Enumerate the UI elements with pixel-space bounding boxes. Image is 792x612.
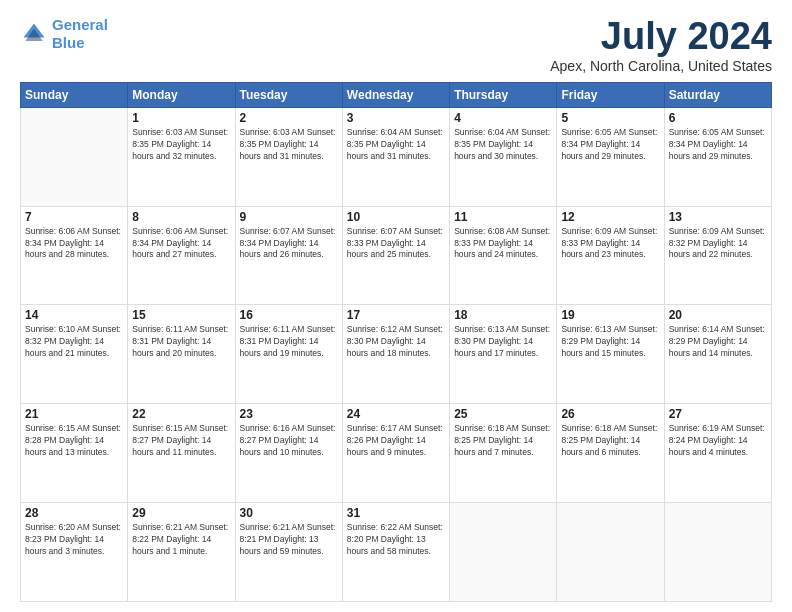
day-number: 24 [347,407,445,421]
day-info: Sunrise: 6:03 AM Sunset: 8:35 PM Dayligh… [240,127,338,163]
day-number: 8 [132,210,230,224]
day-info: Sunrise: 6:15 AM Sunset: 8:28 PM Dayligh… [25,423,123,459]
day-number: 3 [347,111,445,125]
day-info: Sunrise: 6:06 AM Sunset: 8:34 PM Dayligh… [132,226,230,262]
day-info: Sunrise: 6:10 AM Sunset: 8:32 PM Dayligh… [25,324,123,360]
calendar-cell: 4Sunrise: 6:04 AM Sunset: 8:35 PM Daylig… [450,107,557,206]
calendar-cell: 22Sunrise: 6:15 AM Sunset: 8:27 PM Dayli… [128,404,235,503]
calendar-cell: 13Sunrise: 6:09 AM Sunset: 8:32 PM Dayli… [664,206,771,305]
calendar-cell: 26Sunrise: 6:18 AM Sunset: 8:25 PM Dayli… [557,404,664,503]
title-section: July 2024 Apex, North Carolina, United S… [550,16,772,74]
calendar-cell: 1Sunrise: 6:03 AM Sunset: 8:35 PM Daylig… [128,107,235,206]
day-number: 28 [25,506,123,520]
day-info: Sunrise: 6:14 AM Sunset: 8:29 PM Dayligh… [669,324,767,360]
subtitle: Apex, North Carolina, United States [550,58,772,74]
calendar-cell: 10Sunrise: 6:07 AM Sunset: 8:33 PM Dayli… [342,206,449,305]
day-info: Sunrise: 6:06 AM Sunset: 8:34 PM Dayligh… [25,226,123,262]
calendar-header-saturday: Saturday [664,82,771,107]
day-info: Sunrise: 6:13 AM Sunset: 8:29 PM Dayligh… [561,324,659,360]
day-number: 12 [561,210,659,224]
calendar-header-row: SundayMondayTuesdayWednesdayThursdayFrid… [21,82,772,107]
main-title: July 2024 [550,16,772,58]
calendar-cell: 25Sunrise: 6:18 AM Sunset: 8:25 PM Dayli… [450,404,557,503]
calendar-cell: 18Sunrise: 6:13 AM Sunset: 8:30 PM Dayli… [450,305,557,404]
calendar-cell: 31Sunrise: 6:22 AM Sunset: 8:20 PM Dayli… [342,503,449,602]
calendar-cell: 28Sunrise: 6:20 AM Sunset: 8:23 PM Dayli… [21,503,128,602]
day-number: 18 [454,308,552,322]
calendar-cell: 17Sunrise: 6:12 AM Sunset: 8:30 PM Dayli… [342,305,449,404]
day-info: Sunrise: 6:05 AM Sunset: 8:34 PM Dayligh… [561,127,659,163]
day-number: 30 [240,506,338,520]
calendar-cell: 7Sunrise: 6:06 AM Sunset: 8:34 PM Daylig… [21,206,128,305]
logo-icon [20,20,48,48]
day-number: 4 [454,111,552,125]
day-number: 21 [25,407,123,421]
day-number: 15 [132,308,230,322]
calendar-cell: 8Sunrise: 6:06 AM Sunset: 8:34 PM Daylig… [128,206,235,305]
day-info: Sunrise: 6:07 AM Sunset: 8:34 PM Dayligh… [240,226,338,262]
calendar-header-friday: Friday [557,82,664,107]
calendar-cell: 9Sunrise: 6:07 AM Sunset: 8:34 PM Daylig… [235,206,342,305]
day-number: 2 [240,111,338,125]
day-number: 17 [347,308,445,322]
calendar-cell: 5Sunrise: 6:05 AM Sunset: 8:34 PM Daylig… [557,107,664,206]
day-number: 29 [132,506,230,520]
day-number: 23 [240,407,338,421]
day-number: 22 [132,407,230,421]
calendar-cell: 3Sunrise: 6:04 AM Sunset: 8:35 PM Daylig… [342,107,449,206]
calendar-cell: 14Sunrise: 6:10 AM Sunset: 8:32 PM Dayli… [21,305,128,404]
calendar-cell: 29Sunrise: 6:21 AM Sunset: 8:22 PM Dayli… [128,503,235,602]
calendar-cell: 20Sunrise: 6:14 AM Sunset: 8:29 PM Dayli… [664,305,771,404]
header: General Blue July 2024 Apex, North Carol… [20,16,772,74]
calendar-header-monday: Monday [128,82,235,107]
calendar-cell: 23Sunrise: 6:16 AM Sunset: 8:27 PM Dayli… [235,404,342,503]
day-number: 14 [25,308,123,322]
day-number: 26 [561,407,659,421]
day-number: 16 [240,308,338,322]
day-info: Sunrise: 6:07 AM Sunset: 8:33 PM Dayligh… [347,226,445,262]
day-info: Sunrise: 6:11 AM Sunset: 8:31 PM Dayligh… [132,324,230,360]
day-info: Sunrise: 6:11 AM Sunset: 8:31 PM Dayligh… [240,324,338,360]
calendar-cell: 2Sunrise: 6:03 AM Sunset: 8:35 PM Daylig… [235,107,342,206]
day-number: 27 [669,407,767,421]
page: General Blue July 2024 Apex, North Carol… [0,0,792,612]
day-number: 13 [669,210,767,224]
calendar-week-row: 21Sunrise: 6:15 AM Sunset: 8:28 PM Dayli… [21,404,772,503]
day-info: Sunrise: 6:04 AM Sunset: 8:35 PM Dayligh… [347,127,445,163]
calendar-week-row: 7Sunrise: 6:06 AM Sunset: 8:34 PM Daylig… [21,206,772,305]
logo-text: General Blue [52,16,108,52]
calendar-table: SundayMondayTuesdayWednesdayThursdayFrid… [20,82,772,602]
day-info: Sunrise: 6:21 AM Sunset: 8:21 PM Dayligh… [240,522,338,558]
logo: General Blue [20,16,108,52]
day-number: 7 [25,210,123,224]
day-info: Sunrise: 6:20 AM Sunset: 8:23 PM Dayligh… [25,522,123,558]
day-info: Sunrise: 6:13 AM Sunset: 8:30 PM Dayligh… [454,324,552,360]
day-number: 10 [347,210,445,224]
day-info: Sunrise: 6:19 AM Sunset: 8:24 PM Dayligh… [669,423,767,459]
calendar-cell: 21Sunrise: 6:15 AM Sunset: 8:28 PM Dayli… [21,404,128,503]
day-number: 31 [347,506,445,520]
day-number: 11 [454,210,552,224]
day-number: 1 [132,111,230,125]
calendar-cell: 16Sunrise: 6:11 AM Sunset: 8:31 PM Dayli… [235,305,342,404]
calendar-week-row: 1Sunrise: 6:03 AM Sunset: 8:35 PM Daylig… [21,107,772,206]
calendar-cell: 27Sunrise: 6:19 AM Sunset: 8:24 PM Dayli… [664,404,771,503]
calendar-header-tuesday: Tuesday [235,82,342,107]
calendar-cell [450,503,557,602]
calendar-cell: 12Sunrise: 6:09 AM Sunset: 8:33 PM Dayli… [557,206,664,305]
day-info: Sunrise: 6:15 AM Sunset: 8:27 PM Dayligh… [132,423,230,459]
day-info: Sunrise: 6:05 AM Sunset: 8:34 PM Dayligh… [669,127,767,163]
calendar-header-thursday: Thursday [450,82,557,107]
day-info: Sunrise: 6:18 AM Sunset: 8:25 PM Dayligh… [561,423,659,459]
logo-line1: General [52,16,108,33]
calendar-cell [21,107,128,206]
calendar-cell: 11Sunrise: 6:08 AM Sunset: 8:33 PM Dayli… [450,206,557,305]
calendar-cell: 6Sunrise: 6:05 AM Sunset: 8:34 PM Daylig… [664,107,771,206]
day-number: 9 [240,210,338,224]
calendar-week-row: 28Sunrise: 6:20 AM Sunset: 8:23 PM Dayli… [21,503,772,602]
day-info: Sunrise: 6:21 AM Sunset: 8:22 PM Dayligh… [132,522,230,558]
day-info: Sunrise: 6:09 AM Sunset: 8:33 PM Dayligh… [561,226,659,262]
day-number: 25 [454,407,552,421]
day-info: Sunrise: 6:18 AM Sunset: 8:25 PM Dayligh… [454,423,552,459]
day-info: Sunrise: 6:17 AM Sunset: 8:26 PM Dayligh… [347,423,445,459]
